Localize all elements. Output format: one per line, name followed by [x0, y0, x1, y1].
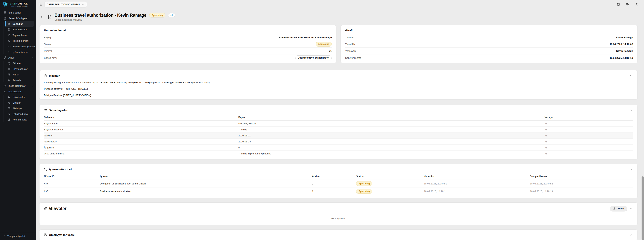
page-subtitle: Sənəd haqqında məlumat — [54, 18, 175, 21]
field-values-card: Sahə dəyərləri Sahə adı Dəyər Versiya — [39, 105, 638, 159]
sidebar-item-filters[interactable]: Filtrlər — [5, 72, 34, 77]
sidebar-item-workflow-admin[interactable]: İş Axını Admin — [5, 49, 34, 55]
sidebar-group-parameters[interactable]: Parametrlər — [0, 89, 36, 94]
column-header: Sahə adı — [44, 114, 238, 121]
sidebar-item-notifications[interactable]: Bildirişlər — [5, 105, 34, 111]
document-lines-icon — [8, 23, 10, 25]
chevron-up-icon — [32, 17, 34, 19]
sidebar-item-users[interactable]: İstifadəçilər — [5, 94, 34, 100]
sidebar-item-label: Bildirişlər — [12, 107, 22, 110]
chevron-down-icon — [82, 3, 84, 6]
status-badge: Approving — [149, 13, 165, 18]
sidebar-item-label: Tapşırıqlarım — [12, 34, 26, 37]
translate-icon — [8, 112, 10, 115]
document-icon — [47, 15, 52, 19]
table-row[interactable]: Səyahət yeri Moscow, Russia v1 — [44, 121, 633, 127]
sidebar-item-extra-fields[interactable]: Əlavə sahələr — [5, 66, 34, 72]
chevron-up-icon — [32, 57, 34, 59]
upload-button[interactable]: Yüklə — [610, 206, 627, 211]
sidebar-item-tags[interactable]: Etiketlər — [5, 60, 34, 66]
vatportal-logo-icon — [2, 2, 8, 7]
sidebar-item-dashboard[interactable]: İdarə paneli — [0, 10, 36, 15]
table-row[interactable]: Tarixdən 2026-05-11 v1 — [44, 133, 633, 139]
collapse-section-button[interactable] — [628, 108, 633, 112]
info-row-creator: Yaradan Kevin Ramage — [345, 34, 633, 41]
field-icon — [8, 68, 10, 70]
info-row-last-updated: Son yenilənmə 18.04.2026, 14:18:13 — [345, 54, 633, 61]
back-button[interactable] — [39, 14, 45, 20]
sidebar-item-localization[interactable]: Lokallaşdırma — [5, 111, 34, 117]
config-icon — [8, 118, 10, 121]
mail-icon — [8, 107, 10, 110]
org-selector-wrap: "AMR SOLUTİONS" MƏHDU — [39, 1, 87, 8]
language-icon[interactable] — [626, 3, 629, 6]
sidebar-item-groups[interactable]: Qruplar — [5, 100, 34, 105]
gear-icon — [4, 90, 6, 93]
table-row[interactable]: #37 delegation of Business travel author… — [44, 180, 633, 187]
paperclip-icon — [44, 207, 47, 210]
theme-toggle-icon[interactable] — [617, 3, 620, 6]
submenu-tools: Etiketlər Əlavə sahələr Filtrlər Anbarla… — [0, 60, 36, 83]
page-content: Business travel authorization - Kevin Ra… — [36, 9, 644, 240]
table-row[interactable]: Səyahət məqsədi Training v1 — [44, 127, 633, 133]
scrollbar[interactable] — [642, 176, 644, 240]
table-row[interactable]: İş günləri 5 v1 — [44, 145, 633, 151]
table-row[interactable]: Qısa əsaslandırma Training in prompt eng… — [44, 151, 633, 157]
card-title: Ümumi məlumat — [44, 29, 332, 32]
checklist-icon — [8, 34, 10, 37]
sidebar-item-label: İş Axını Admin — [12, 51, 28, 53]
sidebar-item-approval-flows[interactable]: Təsdiq axınları — [5, 38, 34, 44]
status-badge: Approving — [316, 42, 332, 46]
sidebar-item-label: Sənəd növləri — [12, 28, 28, 31]
sidebar-item-label: Lokallaşdırma — [12, 112, 28, 115]
general-info-card: Ümumi məlumat Başlıq Business travel aut… — [39, 25, 336, 63]
column-header: İş axını — [100, 173, 312, 180]
section-title: Əlavələr — [49, 206, 67, 211]
document-sync-icon — [8, 28, 10, 31]
org-name: "AMR SOLUTİONS" MƏHDU — [47, 3, 80, 6]
sidebar-item-configuration[interactable]: Konfiqurasiya — [5, 117, 34, 122]
sidebar-item-document-types[interactable]: Sənəd növləri — [5, 27, 34, 32]
doc-type-pill[interactable]: Business travel authorization — [295, 55, 332, 60]
history-icon — [44, 233, 47, 236]
layers-icon — [8, 79, 10, 82]
sidebar-item-documents[interactable]: Sənədlər — [5, 21, 34, 27]
table-header-row: Sahə adı Dəyər Versiya — [44, 114, 633, 121]
sidebar-item-label: Sənəd xüsusiyyətləri — [12, 45, 35, 48]
sidebar-group-human-resources[interactable]: İnsan Resursları — [0, 83, 36, 89]
page-title: Business travel authorization - Kevin Ra… — [54, 13, 146, 18]
sidebar-item-label: Əlavə sahələr — [12, 68, 28, 70]
sidebar-item-label: İstifadəçilər — [12, 96, 25, 98]
org-selector[interactable]: "AMR SOLUTİONS" MƏHDU — [44, 1, 87, 8]
sidebar-group-document-flow[interactable]: Sənəd Dövriyyəsi — [0, 15, 36, 21]
content-icon — [44, 74, 47, 77]
main-area: "AMR SOLUTİONS" MƏHDU Business travel au… — [36, 0, 644, 240]
content-paragraph: Brief justification: {BRIEF_JUSTIFICATIO… — [44, 94, 633, 97]
user-menu-icon[interactable] — [635, 3, 638, 6]
flow-icon — [8, 39, 10, 42]
attachments-empty-text: Əlavə yoxdur — [44, 211, 633, 224]
sidebar-collapse-button[interactable]: Yan paneli gizlət — [0, 232, 36, 240]
section-title: Məzmun — [49, 74, 60, 77]
collapse-section-button[interactable] — [628, 73, 633, 78]
sidebar-item-label: Anbarlar — [12, 79, 22, 82]
info-row-version: Versiya v1 — [44, 48, 332, 54]
app-root: VATPORTAL FINANCIAL INSTRUMENT İdarə pan… — [0, 0, 644, 240]
upload-options-button[interactable] — [628, 206, 633, 211]
sidebar-item-label: Filtrlər — [12, 73, 19, 76]
table-row[interactable]: #36 Business travel authorization 1 Appr… — [44, 187, 633, 195]
vatportal-logo[interactable]: VATPORTAL FINANCIAL INSTRUMENT — [0, 0, 36, 8]
collapse-section-button[interactable] — [628, 167, 633, 172]
sidebar-item-document-properties[interactable]: Sənəd xüsusiyyətləri — [5, 44, 34, 49]
sidebar-item-warehouses[interactable]: Anbarlar — [5, 77, 34, 83]
info-row-doc-type: Sənəd növü Business travel authorization — [44, 54, 332, 61]
expand-section-button[interactable] — [628, 233, 633, 237]
column-header: Versiya — [544, 114, 633, 121]
sidebar-group-tools[interactable]: Alətlər — [0, 55, 36, 60]
sidebar-collapse-label: Yan paneli gizlət — [7, 235, 25, 237]
content-paragraph: I am requesting authorization for a busi… — [44, 81, 633, 84]
sidebar-item-my-tasks[interactable]: Tapşırıqlarım — [5, 32, 34, 38]
table-row[interactable]: Tarixə qədər 2026-05-18 v1 — [44, 139, 633, 145]
sidebar-item-label: Sənədlər — [12, 23, 23, 25]
funnel-icon — [8, 73, 10, 76]
